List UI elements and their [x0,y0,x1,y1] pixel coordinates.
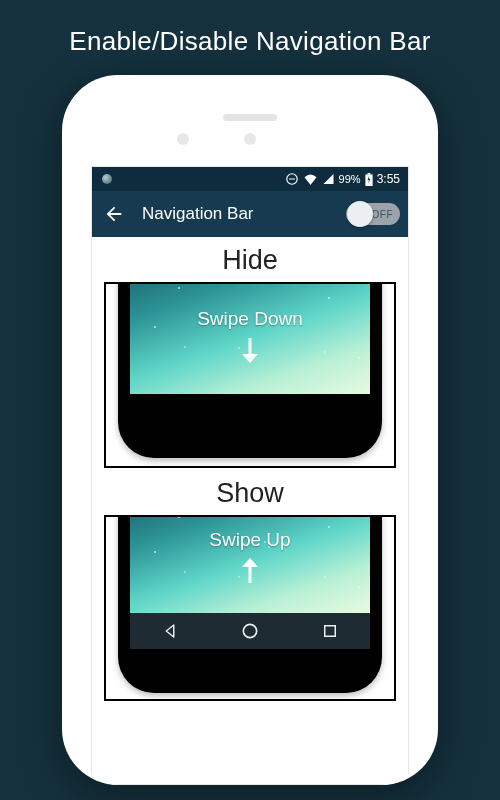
page-title: Enable/Disable Navigation Bar [0,0,500,75]
navbar-toggle[interactable]: OFF [346,203,400,225]
dnd-icon [285,172,299,186]
front-camera [177,133,189,145]
hide-illustration-card: Swipe Down [104,282,396,468]
phone-mock-frame: 99% 3:55 Navigation Bar OFF Hide [62,75,438,785]
battery-icon [365,173,373,186]
nav-recent-icon[interactable] [321,622,339,640]
speaker-slot [223,114,277,121]
device-shell: Swipe Up [118,515,382,693]
content-area: Hide Swipe Down Show [92,237,408,701]
back-button[interactable] [100,200,128,228]
toggle-state-label: OFF [372,209,394,220]
android-nav-bar [130,613,370,649]
arrow-up-icon [240,557,260,587]
show-illustration-card: Swipe Up [104,515,396,701]
battery-percent: 99% [339,173,361,185]
status-time: 3:55 [377,172,400,186]
hidden-navbar-area [130,394,370,414]
nav-back-icon[interactable] [161,622,179,640]
svg-rect-3 [367,173,370,174]
phone-screen: 99% 3:55 Navigation Bar OFF Hide [91,166,409,785]
wifi-icon [303,173,318,185]
svg-point-5 [243,624,256,637]
android-status-bar: 99% 3:55 [92,167,408,191]
show-section-label: Show [104,474,396,515]
toggle-knob [347,201,373,227]
svg-rect-6 [325,626,336,637]
swipe-up-label: Swipe Up [118,529,382,551]
notification-dot-icon [102,174,112,184]
nav-home-icon[interactable] [240,621,260,641]
swipe-down-label: Swipe Down [118,308,382,330]
app-bar: Navigation Bar OFF [92,191,408,237]
signal-icon [322,173,335,185]
phone-top-bezel [75,88,425,166]
arrow-down-icon [240,338,260,368]
hide-section-label: Hide [104,241,396,282]
sensor-dot [244,133,256,145]
back-arrow-icon [103,203,125,225]
device-shell: Swipe Down [118,282,382,458]
app-bar-title: Navigation Bar [142,204,254,224]
